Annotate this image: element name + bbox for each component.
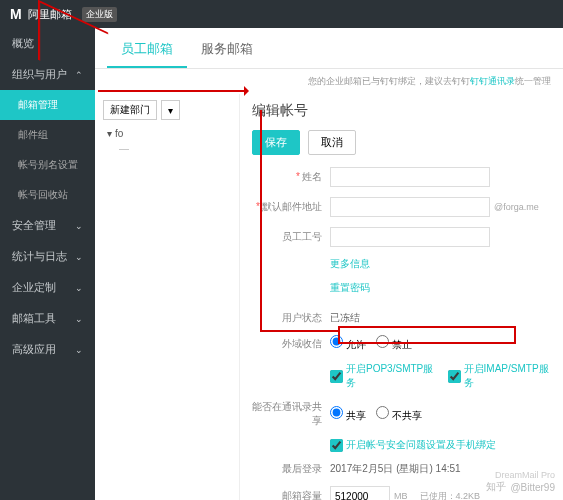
sidebar-item-mailgroup[interactable]: 邮件组 [0,120,95,150]
dept-tree-child[interactable]: — [103,141,231,156]
empno-label: 员工工号 [252,230,322,244]
more-info-link[interactable]: 更多信息 [330,257,370,271]
sidebar-item-mailbox-mgmt[interactable]: 邮箱管理 [0,90,95,120]
dept-more-button[interactable]: ▾ [161,100,180,120]
share-label: 能否在通讯录共享 [252,400,322,428]
annotation-box [338,326,516,344]
status-label: 用户状态 [252,311,322,325]
lastlogin-value: 2017年2月5日 (星期日) 14:51 [330,462,461,476]
brand-name: 阿里邮箱 [28,7,72,22]
empno-input[interactable] [330,227,490,247]
imap-checkbox[interactable]: 开启IMAP/SMTP服务 [448,362,551,390]
sidebar-item-recycle[interactable]: 帐号回收站 [0,180,95,210]
sidebar: 概览 组织与用户⌃ 邮箱管理 邮件组 帐号别名设置 帐号回收站 安全管理⌄ 统计… [0,28,95,500]
chevron-down-icon: ⌄ [75,345,83,355]
notice-bar: 您的企业邮箱已与钉钉绑定，建议去钉钉钉钉通讯录统一管理 [95,69,563,94]
sidebar-item-security[interactable]: 安全管理⌄ [0,210,95,241]
name-label: 姓名 [302,171,322,182]
lastlogin-label: 最后登录 [252,462,322,476]
quota-label: 邮箱容量 [252,489,322,500]
chevron-down-icon: ⌄ [75,314,83,324]
sidebar-item-advanced[interactable]: 高级应用⌄ [0,334,95,365]
noshare-radio[interactable]: 不共享 [376,406,422,423]
email-label: 默认邮件地址 [262,201,322,212]
tab-service-mail[interactable]: 服务邮箱 [187,32,267,68]
edition-badge: 企业版 [82,7,117,22]
safe-checkbox[interactable]: 开启帐号安全问题设置及手机绑定 [330,438,496,452]
logo-icon: M [10,6,22,22]
dingtalk-link[interactable]: 钉钉通讯录 [470,76,515,86]
sidebar-item-tools[interactable]: 邮箱工具⌄ [0,303,95,334]
pop3-checkbox[interactable]: 开启POP3/SMTP服务 [330,362,436,390]
watermark-dreammail: DreamMail Pro [495,470,555,480]
sidebar-item-custom[interactable]: 企业定制⌄ [0,272,95,303]
dept-tree-root[interactable]: ▾fo [103,126,231,141]
status-value: 已冻结 [330,311,360,325]
extrecv-label: 外域收信 [252,337,322,351]
tab-employee-mail[interactable]: 员工邮箱 [107,32,187,68]
quota-input[interactable] [330,486,390,500]
chevron-down-icon: ⌄ [75,252,83,262]
name-input[interactable] [330,167,490,187]
share-radio[interactable]: 共享 [330,406,366,423]
reset-pwd-link[interactable]: 重置密码 [330,281,370,295]
watermark-zhihu: 知乎@Bitter99 [486,480,555,494]
quota-unit: MB [394,491,408,500]
chevron-down-icon: ⌄ [75,283,83,293]
cancel-button[interactable]: 取消 [308,130,356,155]
sidebar-item-alias[interactable]: 帐号别名设置 [0,150,95,180]
quota-used: 已使用：4.2KB [420,490,481,501]
chevron-up-icon: ⌃ [75,70,83,80]
form-title: 编辑帐号 [252,102,551,120]
sidebar-item-org-users[interactable]: 组织与用户⌃ [0,59,95,90]
annotation-arrow [260,330,340,332]
new-dept-button[interactable]: 新建部门 [103,100,157,120]
email-input[interactable] [330,197,490,217]
save-button[interactable]: 保存 [252,130,300,155]
email-suffix: @forga.me [494,202,539,212]
sidebar-item-overview[interactable]: 概览 [0,28,95,59]
sidebar-item-stats[interactable]: 统计与日志⌄ [0,241,95,272]
chevron-down-icon: ⌄ [75,221,83,231]
